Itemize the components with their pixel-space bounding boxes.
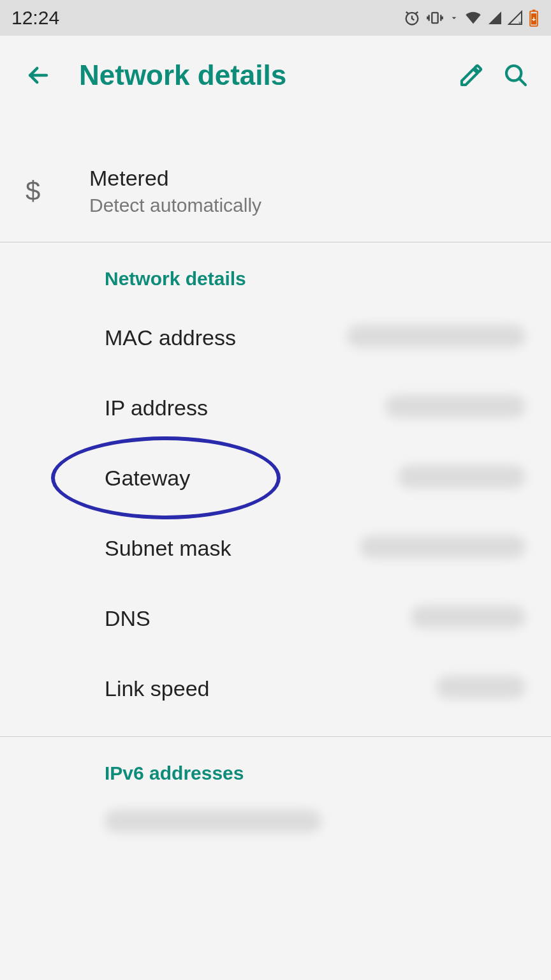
subnet-mask-label: Subnet mask [105, 536, 321, 561]
dns-value-redacted [411, 605, 525, 628]
gateway-label: Gateway [105, 466, 321, 491]
subnet-mask-row: Subnet mask [0, 513, 551, 583]
dropdown-icon [449, 13, 459, 23]
mac-address-row: MAC address [0, 302, 551, 373]
page-title: Network details [64, 59, 449, 91]
mac-address-label: MAC address [105, 325, 321, 350]
app-bar: Network details [0, 36, 551, 115]
subnet-mask-value-redacted [360, 535, 525, 558]
content: $ Metered Detect automatically Network d… [0, 115, 551, 848]
status-icons: x + [403, 9, 540, 27]
section-ipv6-header: IPv6 addresses [0, 737, 551, 797]
ipv6-address-row [0, 797, 551, 848]
search-icon [503, 63, 529, 88]
edit-button[interactable] [449, 63, 494, 88]
alarm-icon [403, 9, 421, 27]
section-network-details-header: Network details [0, 242, 551, 302]
status-bar: 12:24 x + [0, 0, 551, 36]
dns-label: DNS [105, 606, 321, 631]
svg-rect-1 [432, 13, 437, 23]
search-button[interactable] [494, 63, 538, 88]
dollar-icon: $ [26, 176, 40, 207]
svg-text:+: + [532, 15, 536, 23]
ipv6-address-value-redacted [105, 810, 321, 833]
signal-no-data-icon: x [508, 10, 523, 26]
vibrate-icon [426, 9, 444, 27]
pencil-icon [459, 63, 484, 88]
metered-sublabel: Detect automatically [89, 195, 532, 216]
status-time: 12:24 [11, 7, 59, 29]
signal-icon [487, 10, 503, 26]
gateway-row: Gateway [0, 443, 551, 513]
link-speed-row: Link speed [0, 653, 551, 724]
svg-rect-4 [533, 10, 536, 11]
dns-row: DNS [0, 583, 551, 653]
battery-icon: + [528, 9, 540, 27]
ip-address-value-redacted [385, 395, 525, 418]
back-button[interactable] [13, 61, 64, 89]
link-speed-label: Link speed [105, 676, 321, 701]
metered-row[interactable]: $ Metered Detect automatically [0, 153, 551, 229]
metered-label: Metered [89, 166, 532, 191]
link-speed-value-redacted [436, 676, 525, 699]
ip-address-row: IP address [0, 373, 551, 443]
gateway-value-redacted [398, 465, 525, 488]
ip-address-label: IP address [105, 396, 321, 420]
svg-text:x: x [518, 20, 522, 26]
wifi-icon [464, 9, 482, 27]
mac-address-value-redacted [347, 325, 525, 348]
arrow-back-icon [24, 61, 52, 89]
